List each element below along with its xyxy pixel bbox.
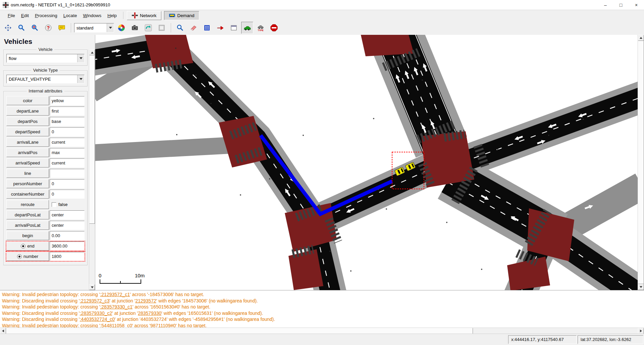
window-controls: – □ × xyxy=(598,0,644,10)
close-button[interactable]: × xyxy=(629,0,644,10)
attribute-label-personNumber[interactable]: personNumber xyxy=(6,179,49,188)
attribute-label-containerNumber[interactable]: containerNumber xyxy=(6,190,49,199)
attribute-input-color[interactable] xyxy=(50,96,85,105)
message-text: ' with edges '184573006' (no walkingarea… xyxy=(156,298,258,303)
attribute-label-number[interactable]: number xyxy=(6,252,49,261)
menu-item-processing[interactable]: Processing xyxy=(32,11,60,20)
menubar-separator xyxy=(123,12,123,19)
menu-item-help[interactable]: Help xyxy=(104,11,120,20)
attribute-label-arrivalPos[interactable]: arrivalPos xyxy=(6,148,49,157)
message-link[interactable]: :283579330_c1 xyxy=(100,304,132,309)
radio-icon[interactable] xyxy=(17,254,22,259)
vehicle-type-combobox[interactable]: DEFAULT_VEHTYPE xyxy=(6,75,85,83)
attribute-label-arrivalSpeed[interactable]: arrivalSpeed xyxy=(6,158,49,167)
minimize-button[interactable]: – xyxy=(598,0,613,10)
message-link[interactable]: :283579330_c2 xyxy=(80,310,112,316)
eraser-icon[interactable] xyxy=(187,22,200,34)
checkbox-icon[interactable] xyxy=(52,202,56,207)
attribute-input-departPos[interactable] xyxy=(50,117,85,126)
attribute-input-arrivalSpeed[interactable] xyxy=(50,158,85,167)
color-wheel-icon[interactable] xyxy=(115,22,127,34)
square-icon[interactable] xyxy=(156,22,168,34)
scroll-up-icon[interactable] xyxy=(638,35,644,41)
attribute-input-containerNumber[interactable] xyxy=(50,190,85,199)
message-text: ' across '98711109#0' has no target. xyxy=(132,323,207,328)
magnifier-plus-icon[interactable] xyxy=(29,22,41,34)
canvas-vscrollbar[interactable] xyxy=(638,35,644,290)
message-link[interactable]: 283579330 xyxy=(138,310,161,316)
network-canvas[interactable]: 0 10m xyxy=(95,35,644,290)
attribute-label-departLane[interactable]: departLane xyxy=(6,107,49,116)
message-link[interactable]: :21293572_c1 xyxy=(100,292,130,297)
menu-item-file[interactable]: File xyxy=(5,11,18,20)
message-link[interactable]: 21293572 xyxy=(135,298,156,303)
attribute-label-line[interactable]: line xyxy=(6,169,49,178)
inspect-magnifier-icon[interactable] xyxy=(174,22,186,34)
attribute-input-departSpeed[interactable] xyxy=(50,127,85,136)
attribute-input-end[interactable] xyxy=(50,242,85,251)
speech-bubble-icon[interactable] xyxy=(56,22,68,34)
menu-item-windows[interactable]: Windows xyxy=(80,11,104,20)
message-line: Warning: Discarding invalid crossing ':4… xyxy=(2,316,642,323)
attribute-label-arrivalPosLat[interactable]: arrivalPosLat xyxy=(6,221,49,230)
four-arrows-icon[interactable] xyxy=(2,22,14,34)
attribute-label-color[interactable]: color xyxy=(6,96,49,105)
red-arrow-icon[interactable] xyxy=(214,22,226,34)
scroll-up-icon[interactable] xyxy=(89,50,95,55)
vehicle-type-group-label: Vehicle Type xyxy=(31,68,60,73)
attribute-input-begin[interactable] xyxy=(50,231,85,240)
message-link[interactable]: :4403532724_c0 xyxy=(80,317,115,322)
attribute-label-departPosLat[interactable]: departPosLat xyxy=(6,210,49,219)
attribute-label-reroute[interactable]: reroute xyxy=(6,200,49,209)
message-link[interactable]: :544811058_c0 xyxy=(100,323,132,328)
message-link[interactable]: :21293572_c3 xyxy=(80,298,110,303)
attribute-input-departLane[interactable] xyxy=(50,107,85,116)
attribute-input-arrivalPos[interactable] xyxy=(50,148,85,157)
menu-item-locate[interactable]: Locate xyxy=(60,11,80,20)
sidebar-scrollbar[interactable] xyxy=(89,50,95,290)
canvas-vscrollbar-thumb[interactable] xyxy=(638,41,644,284)
scroll-right-icon[interactable] xyxy=(638,328,644,334)
attribute-input-personNumber[interactable] xyxy=(50,179,85,188)
stop-sign-icon[interactable] xyxy=(268,22,280,34)
message-log[interactable]: Warning: Invalid pedestrian topology: cr… xyxy=(0,290,644,328)
window-title: osm.netccfg - NETEDIT v1_1_0+1621-29b095… xyxy=(11,2,110,7)
demand-supermode-button[interactable]: Demand xyxy=(164,11,199,20)
attribute-input-number[interactable] xyxy=(50,252,85,261)
network-view[interactable]: 0 10m xyxy=(95,35,638,290)
chevron-down-icon[interactable] xyxy=(77,75,84,83)
vehicle-type-icon[interactable]: TYPE xyxy=(255,22,267,34)
attribute-label-departSpeed[interactable]: departSpeed xyxy=(6,127,49,136)
magnifier-icon[interactable] xyxy=(15,22,28,34)
chevron-down-icon[interactable] xyxy=(107,23,114,32)
attribute-input-departPosLat[interactable] xyxy=(50,210,85,219)
car-icon[interactable] xyxy=(241,22,253,34)
attribute-label-end[interactable]: end xyxy=(6,242,49,251)
attribute-input-arrivalPosLat[interactable] xyxy=(50,221,85,230)
vehicle-combobox[interactable]: flow xyxy=(6,54,85,63)
question-icon[interactable]: ? xyxy=(42,22,54,34)
svg-text:TYPE: TYPE xyxy=(258,29,264,31)
attribute-label-departPos[interactable]: departPos xyxy=(6,117,49,126)
scroll-down-icon[interactable] xyxy=(638,284,644,290)
menu-item-edit[interactable]: Edit xyxy=(18,11,32,20)
network-supermode-button[interactable]: Network xyxy=(127,11,162,20)
chevron-down-icon[interactable] xyxy=(77,54,84,62)
panel-icon[interactable] xyxy=(228,22,240,34)
radio-icon[interactable] xyxy=(21,244,25,249)
curved-arrow-icon[interactable] xyxy=(142,22,154,34)
attribute-label-arrivalLane[interactable]: arrivalLane xyxy=(6,138,49,147)
attribute-input-line[interactable] xyxy=(50,169,85,178)
horizontal-scrollbar-thumb[interactable] xyxy=(6,328,473,334)
sidebar-scrollbar-thumb[interactable] xyxy=(89,55,95,224)
view-preset-combobox[interactable]: standard xyxy=(74,23,114,32)
attribute-label-begin[interactable]: begin xyxy=(6,231,49,240)
restore-button[interactable]: □ xyxy=(613,0,629,10)
scroll-down-icon[interactable] xyxy=(89,284,95,290)
horizontal-scrollbar[interactable] xyxy=(0,328,644,334)
camera-icon[interactable] xyxy=(129,22,141,34)
scroll-left-icon[interactable] xyxy=(0,328,6,334)
dotted-square-icon[interactable] xyxy=(201,22,213,34)
attribute-row-departLane: departLane xyxy=(6,107,85,116)
attribute-input-arrivalLane[interactable] xyxy=(50,138,85,147)
